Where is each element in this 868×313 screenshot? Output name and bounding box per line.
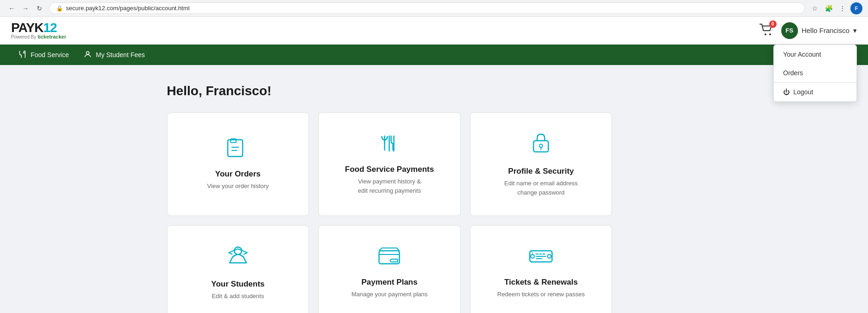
browser-profile-icon: F <box>850 2 862 14</box>
cards-grid: Your Orders View your order history Food… <box>167 112 612 313</box>
student-fees-icon <box>84 50 92 60</box>
user-menu-trigger[interactable]: FS Hello Francisco ▾ <box>781 22 857 39</box>
nav-item-my-student-fees[interactable]: My Student Fees <box>76 45 152 65</box>
page-greeting: Hello, Francisco! <box>167 84 701 98</box>
svg-point-16 <box>547 254 551 258</box>
card-profile-security[interactable]: Profile & Security Edit name or email ad… <box>470 112 612 216</box>
cart-button[interactable]: 0 <box>759 23 774 38</box>
svg-point-1 <box>769 33 771 35</box>
header-right: 0 FS Hello Francisco ▾ <box>759 22 857 39</box>
card-tickets-renewals[interactable]: Tickets & Renewals Redeem tickets or ren… <box>470 225 612 313</box>
card-payment-plans-desc: Manage your payment plans <box>351 290 427 299</box>
card-your-orders-title: Your Orders <box>215 170 261 179</box>
card-your-students-desc: Edit & add students <box>212 292 264 301</box>
tickets-icon <box>528 246 554 271</box>
profile-security-icon <box>529 131 553 160</box>
logo-accent: 12 <box>43 20 57 35</box>
dropdown-arrow: ▾ <box>853 26 857 35</box>
card-your-orders[interactable]: Your Orders View your order history <box>167 112 309 216</box>
card-food-service-title: Food Service Payments <box>345 165 434 174</box>
dropdown-item-your-account[interactable]: Your Account <box>774 45 856 64</box>
card-payment-plans[interactable]: Payment Plans Manage your payment plans <box>318 225 461 313</box>
forward-button[interactable]: → <box>19 2 32 14</box>
card-your-students-title: Your Students <box>211 280 264 289</box>
svg-point-0 <box>765 33 766 35</box>
card-payment-plans-title: Payment Plans <box>361 278 418 287</box>
browser-nav-buttons: ← → ↻ <box>6 2 45 14</box>
svg-point-12 <box>234 247 242 254</box>
card-your-orders-desc: View your order history <box>207 182 269 191</box>
wallet-icon <box>377 246 401 271</box>
user-greeting-text: Hello Francisco <box>802 26 849 34</box>
lock-icon: 🔒 <box>56 5 63 12</box>
card-profile-security-title: Profile & Security <box>508 167 574 176</box>
browser-chrome: ← → ↻ 🔒 secure.payk12.com/pages/public/a… <box>0 0 868 17</box>
url-text: secure.payk12.com/pages/public/account.h… <box>66 5 190 12</box>
svg-rect-9 <box>534 141 548 152</box>
app-header: PAYK12 Powered By ticketracker 0 FS Hell… <box>0 17 868 45</box>
food-service-icon <box>19 50 27 60</box>
cart-badge: 0 <box>769 20 777 28</box>
svg-point-2 <box>86 52 89 54</box>
logo: PAYK12 Powered By ticketracker <box>11 21 66 39</box>
dropdown-item-logout[interactable]: ⏻ Logout <box>774 83 856 101</box>
card-food-service-payments[interactable]: Food Service Payments View payment histo… <box>318 112 461 216</box>
browser-menu-icon[interactable]: ⋮ <box>836 2 849 14</box>
food-icon <box>377 133 401 158</box>
orders-icon <box>226 138 250 163</box>
card-tickets-renewals-desc: Redeem tickets or renew passes <box>497 290 585 299</box>
user-avatar: FS <box>781 22 798 39</box>
students-icon <box>226 244 250 273</box>
extensions-icon[interactable]: 🧩 <box>823 2 835 14</box>
back-button[interactable]: ← <box>6 2 18 14</box>
card-food-service-desc: View payment history &edit recurring pay… <box>358 177 421 195</box>
navigation-bar: Food Service My Student Fees <box>0 45 868 65</box>
card-profile-security-desc: Edit name or email addresschange passwor… <box>504 179 578 197</box>
svg-point-15 <box>531 254 534 258</box>
logo-powered-by: Powered By ticketracker <box>11 34 66 39</box>
card-tickets-renewals-title: Tickets & Renewals <box>504 278 578 287</box>
dropdown-item-orders[interactable]: Orders <box>774 64 856 82</box>
logo-text: PAYK12 <box>11 21 66 34</box>
browser-toolbar: ☆ 🧩 ⋮ F <box>809 2 862 14</box>
logout-icon: ⏻ <box>783 88 790 96</box>
card-your-students[interactable]: Your Students Edit & add students <box>167 225 309 313</box>
address-bar[interactable]: 🔒 secure.payk12.com/pages/public/account… <box>49 2 805 14</box>
bookmark-icon[interactable]: ☆ <box>809 2 821 14</box>
main-content: Hello, Francisco! Your Orders View your … <box>156 65 713 313</box>
nav-item-food-service[interactable]: Food Service <box>11 45 76 65</box>
reload-button[interactable]: ↻ <box>33 2 45 14</box>
user-dropdown-menu: Your Account Orders ⏻ Logout <box>773 45 857 102</box>
